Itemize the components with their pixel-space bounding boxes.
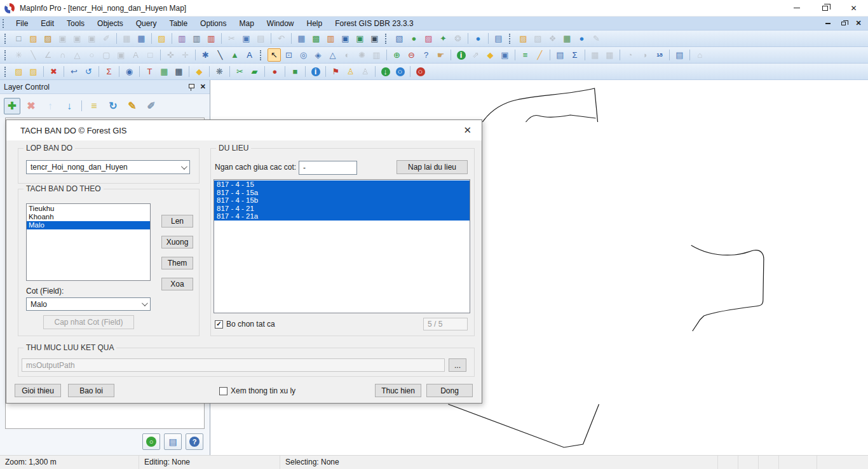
assign-selected-objects-button[interactable]: ▦ <box>603 48 616 62</box>
new-layout-designer-button[interactable]: ▣ <box>353 32 367 45</box>
page-setup-button[interactable]: ▥ <box>175 32 189 45</box>
menu-item[interactable]: Edit <box>34 17 60 31</box>
layer-display-style-button[interactable]: ≡ <box>86 98 102 114</box>
tool-registry-button[interactable]: ✦ <box>437 32 450 45</box>
remove-layer-button[interactable]: ✖ <box>23 98 39 114</box>
field-list-item[interactable]: Tieukhu <box>27 205 150 213</box>
data-list-item[interactable]: 817 - 4 - 15a <box>214 189 470 197</box>
symbol-tool-button[interactable]: ✳ <box>12 48 25 62</box>
field-list-item[interactable]: Khoanh <box>27 213 150 221</box>
dbms-pen-button[interactable]: ✎ <box>590 32 603 45</box>
monitor-alert-button[interactable]: ⚑ <box>329 65 342 78</box>
data-list-item[interactable]: 817 - 4 - 15 <box>214 180 470 189</box>
grid-dark-button[interactable]: ▦ <box>172 65 186 78</box>
close-button[interactable]: ✕ <box>839 0 868 16</box>
data-list-item[interactable]: 817 - 4 - 21a <box>214 212 470 221</box>
set-scale-button[interactable]: 1-5 <box>653 48 666 62</box>
menu-item[interactable]: Table <box>163 17 194 31</box>
clip-region-onoff-button[interactable]: ◑ <box>638 48 651 62</box>
frame-tool-button[interactable]: □ <box>144 48 157 62</box>
show-statistics-button[interactable]: Σ <box>568 48 581 62</box>
data-list-item[interactable]: 817 - 4 - 21 <box>214 205 470 213</box>
legend-window-button[interactable]: ▤ <box>164 433 182 450</box>
delete-object-button[interactable]: ✖ <box>47 65 60 78</box>
map-tile-button[interactable]: ▨ <box>422 32 435 45</box>
toolbar-grip[interactable] <box>260 50 263 60</box>
marquee-select-button[interactable]: ⊡ <box>282 48 295 62</box>
text-style-button[interactable]: A <box>243 48 256 62</box>
open-table-button[interactable]: ▨ <box>27 32 40 45</box>
child-restore-button[interactable] <box>839 19 848 28</box>
info-tool-button[interactable]: i <box>454 48 468 62</box>
new-mapper-button[interactable]: ▩ <box>309 32 323 45</box>
show-legend-button[interactable]: ▤ <box>553 48 567 62</box>
merge-polygon-button[interactable]: ▰ <box>248 65 261 78</box>
text-tool-button[interactable]: A <box>129 48 142 62</box>
move-layer-up-button[interactable]: ↑ <box>42 98 58 114</box>
rounded-rectangle-tool-button[interactable]: ▣ <box>114 48 128 62</box>
status-zoom[interactable]: Zoom: 1,300 m <box>0 456 139 469</box>
new-layout-button[interactable]: ▣ <box>339 32 352 45</box>
status-selecting[interactable]: Selecting: None <box>280 456 718 469</box>
dbms-refresh-button[interactable]: ❖ <box>546 32 559 45</box>
power-off-button[interactable]: ○ <box>414 65 427 78</box>
person-doc-button[interactable]: ♙ <box>358 65 372 78</box>
dbms-disconnect-button[interactable]: ▨ <box>531 32 545 45</box>
menu-item[interactable]: Tools <box>60 17 91 31</box>
green-square-button[interactable]: ■ <box>288 65 302 78</box>
new-redistricter-button[interactable]: ▣ <box>368 32 381 45</box>
invert-selection-button[interactable]: ◐ <box>341 48 354 62</box>
pin-icon[interactable] <box>189 83 194 91</box>
copy-button[interactable]: ▣ <box>240 32 253 45</box>
window-list-button[interactable]: ▤ <box>673 48 686 62</box>
toolbar-grip[interactable] <box>4 34 8 44</box>
polyline-tool-button[interactable]: ∠ <box>41 48 55 62</box>
dbms-table-button[interactable]: ▦ <box>560 32 574 45</box>
move-layer-down-button[interactable]: ↓ <box>61 98 78 114</box>
minimize-button[interactable] <box>782 0 811 16</box>
menu-grip[interactable] <box>3 19 6 28</box>
reload-data-button[interactable]: Nap lai du lieu <box>397 160 468 174</box>
mapcad-button[interactable]: ⌂ <box>693 48 707 62</box>
menu-item[interactable]: Help <box>301 17 329 31</box>
open-project-alt-button[interactable]: ▨ <box>27 65 40 78</box>
new-browser-button[interactable]: ▦ <box>295 32 308 45</box>
move-button[interactable]: Them <box>161 257 193 269</box>
trace-route-button[interactable]: ↩ <box>67 65 81 78</box>
polygon-tool-button[interactable]: △ <box>71 48 84 62</box>
text-window-button[interactable]: T <box>143 65 156 78</box>
arc-tool-button[interactable]: ∩ <box>56 48 69 62</box>
move-button[interactable]: Xoa <box>161 278 193 290</box>
open-dbms-button[interactable]: ▨ <box>517 32 530 45</box>
polygon-select-button[interactable]: △ <box>326 48 339 62</box>
label-tool-button[interactable]: ◆ <box>484 48 497 62</box>
about-button[interactable]: Gioi thieu <box>15 384 61 397</box>
add-node-tool-button[interactable]: ✛ <box>179 48 192 62</box>
license-shield-button[interactable]: ❂ <box>451 32 465 45</box>
split-polygon-button[interactable]: ✂ <box>233 65 247 78</box>
refresh-data-button[interactable]: ↺ <box>82 65 95 78</box>
execute-button[interactable]: Thuc hien <box>375 384 421 397</box>
menu-item[interactable]: Objects <box>91 17 130 31</box>
find-table-button[interactable]: ▤ <box>492 32 505 45</box>
cut-button[interactable]: ✂ <box>225 32 238 45</box>
menu-item[interactable]: Window <box>261 17 301 31</box>
print-pdf-button[interactable]: ▥ <box>205 32 218 45</box>
show-log-checkbox[interactable] <box>219 387 227 395</box>
boundary-select-button[interactable]: ◈ <box>311 48 325 62</box>
add-layer-button[interactable]: ✚ <box>4 98 20 114</box>
dialog-close-button[interactable]: ✕ <box>459 123 475 137</box>
child-minimize-button[interactable] <box>824 19 832 28</box>
save-workspace-button[interactable]: ▦ <box>135 32 148 45</box>
restore-button[interactable] <box>811 0 839 16</box>
data-listbox[interactable]: 817 - 4 - 15817 - 4 - 15a817 - 4 - 15b81… <box>214 179 470 313</box>
apply-button[interactable]: ○ <box>142 433 160 450</box>
ellipse-tool-button[interactable]: ○ <box>85 48 98 62</box>
compass-button[interactable]: ◉ <box>123 65 136 78</box>
reshape-tool-button[interactable]: ✜ <box>164 48 177 62</box>
layer-hotlink-button[interactable]: ✎ <box>124 98 140 114</box>
line-style-button[interactable]: ╲ <box>214 48 227 62</box>
undo-button[interactable]: ↶ <box>275 32 288 45</box>
help-button[interactable]: ? <box>186 433 203 450</box>
report-error-button[interactable]: Bao loi <box>68 384 114 397</box>
